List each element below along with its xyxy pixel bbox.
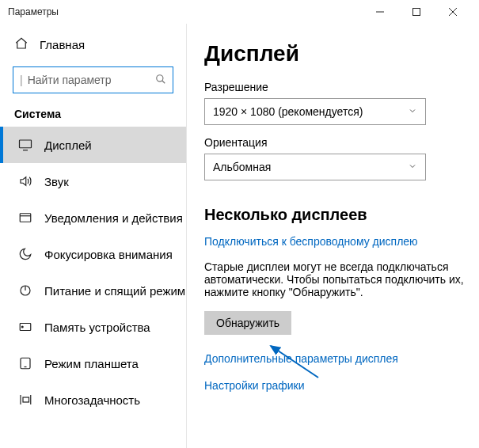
window-title: Параметры bbox=[8, 6, 59, 17]
display-icon bbox=[17, 138, 33, 152]
multitask-icon bbox=[17, 393, 33, 407]
sidebar-group-header: Система bbox=[0, 106, 186, 127]
sidebar-item-label: Режим планшета bbox=[44, 357, 139, 370]
page-title: Дисплей bbox=[204, 41, 469, 66]
maximize-button[interactable] bbox=[398, 0, 435, 24]
detect-button[interactable]: Обнаружить bbox=[204, 311, 291, 335]
sidebar-item-notifications[interactable]: Уведомления и действия bbox=[0, 199, 186, 236]
sidebar-item-sound[interactable]: Звук bbox=[0, 163, 186, 199]
chevron-down-icon bbox=[408, 105, 417, 118]
multi-displays-header: Несколько дисплеев bbox=[204, 206, 469, 224]
sidebar-item-label: Дисплей bbox=[44, 139, 92, 152]
storage-icon bbox=[17, 320, 33, 334]
search-input[interactable]: | Найти параметр bbox=[13, 66, 173, 93]
sidebar-item-label: Фокусировка внимания bbox=[44, 248, 173, 261]
advanced-display-link[interactable]: Дополнительные параметры дисплея bbox=[204, 352, 469, 365]
sidebar-item-label: Многозадачность bbox=[44, 393, 140, 407]
titlebar: Параметры bbox=[0, 0, 479, 24]
sidebar-item-label: Память устройства bbox=[44, 321, 150, 334]
moon-icon bbox=[17, 247, 33, 261]
sidebar-item-label: Уведомления и действия bbox=[44, 211, 183, 225]
chevron-down-icon bbox=[408, 161, 417, 173]
orientation-select[interactable]: Альбомная bbox=[204, 154, 426, 180]
svg-point-13 bbox=[21, 326, 23, 328]
resolution-value: 1920 × 1080 (рекомендуется) bbox=[213, 105, 363, 118]
graphics-settings-link[interactable]: Настройки графики bbox=[204, 379, 469, 392]
svg-point-4 bbox=[157, 74, 163, 81]
sidebar-item-multitask[interactable]: Многозадачность bbox=[0, 382, 186, 418]
search-icon bbox=[155, 74, 166, 87]
wireless-display-link[interactable]: Подключиться к беспроводному дисплею bbox=[204, 235, 418, 248]
tablet-icon bbox=[17, 356, 33, 370]
sidebar: Главная | Найти параметр Система Дис bbox=[0, 24, 187, 448]
sidebar-item-focus[interactable]: Фокусировка внимания bbox=[0, 236, 186, 272]
svg-rect-8 bbox=[20, 214, 31, 222]
sidebar-home-label: Главная bbox=[40, 38, 85, 51]
content-pane: Дисплей Разрешение 1920 × 1080 (рекоменд… bbox=[187, 24, 479, 448]
notifications-icon bbox=[17, 211, 33, 225]
orientation-label: Ориентация bbox=[204, 136, 469, 149]
close-button[interactable] bbox=[435, 0, 471, 24]
sidebar-home[interactable]: Главная bbox=[0, 27, 186, 62]
sidebar-item-display[interactable]: Дисплей bbox=[0, 127, 186, 163]
power-icon bbox=[17, 283, 33, 298]
sidebar-item-label: Питание и спящий режим bbox=[44, 284, 185, 298]
sound-icon bbox=[17, 174, 33, 188]
svg-rect-17 bbox=[23, 397, 29, 402]
sidebar-item-label: Звук bbox=[44, 175, 69, 188]
detect-note: Старые дисплеи могут не всегда подключат… bbox=[204, 260, 466, 298]
sidebar-item-storage[interactable]: Память устройства bbox=[0, 309, 186, 345]
sidebar-item-power[interactable]: Питание и спящий режим bbox=[0, 272, 186, 309]
svg-line-5 bbox=[162, 80, 165, 83]
orientation-value: Альбомная bbox=[213, 161, 271, 173]
minimize-button[interactable] bbox=[362, 0, 398, 24]
svg-rect-1 bbox=[413, 9, 420, 16]
resolution-label: Разрешение bbox=[204, 81, 469, 93]
resolution-select[interactable]: 1920 × 1080 (рекомендуется) bbox=[204, 98, 426, 125]
home-icon bbox=[14, 36, 29, 53]
svg-rect-6 bbox=[20, 140, 32, 148]
search-placeholder: Найти параметр bbox=[26, 74, 155, 86]
sidebar-item-tablet[interactable]: Режим планшета bbox=[0, 345, 186, 382]
